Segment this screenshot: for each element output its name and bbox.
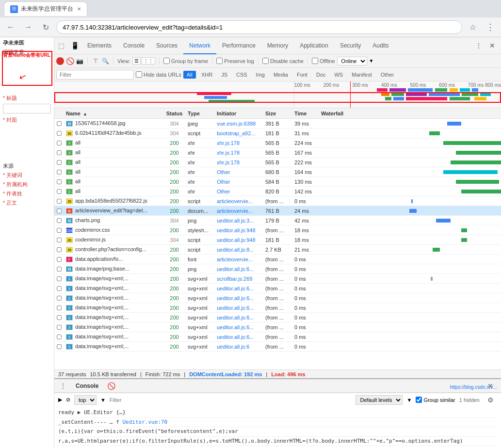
console-context-select[interactable]: top [74,395,97,405]
table-row[interactable]: S data:image/svg+xml;... 200 svg+xml ued… [54,284,501,293]
header-status[interactable]: Status [161,111,188,116]
row-checkbox[interactable] [54,208,64,213]
tab-network[interactable]: Network [183,37,216,54]
offline-label[interactable]: Offline [312,58,335,64]
table-row[interactable]: S data:image/svg+xml;... 200 svg+xml ued… [54,332,501,342]
levels-arrow[interactable]: ▼ [406,397,412,403]
row-checkbox[interactable] [54,267,64,272]
filter-img-button[interactable]: Img [253,71,268,79]
row-check[interactable] [57,247,62,252]
table-row[interactable]: S data:image/svg+xml;... 200 svg+xml ued… [54,342,501,352]
view-list-button[interactable]: ☰ [132,57,141,64]
table-row[interactable]: 🖼 charts.png 304 png ueditor.all.js:3...… [54,216,501,225]
disable-cache-checkbox[interactable] [262,58,269,64]
table-row[interactable]: X all 200 xhr xhr.js:178 565 B 222 ms [54,158,501,167]
row-checkbox[interactable] [54,179,64,184]
row-checkbox[interactable] [54,247,64,252]
table-row[interactable]: S data:image/svg+xml;... 200 svg+xml ued… [54,303,501,313]
back-button[interactable]: ← [4,20,17,34]
row-checkbox[interactable] [54,344,64,349]
header-name[interactable]: Name ▲ [64,111,161,116]
table-row[interactable]: X all 200 xhr Other 680 B 164 ms [54,167,501,177]
table-row[interactable]: JS controller.php?action=config... 200 s… [54,245,501,255]
filter-button[interactable]: ⊤ [92,57,99,65]
row-checkbox[interactable] [54,141,64,145]
tab-close-button[interactable]: ✕ [77,6,81,12]
filter-ws-button[interactable]: WS [331,71,346,79]
row-check[interactable] [57,238,62,242]
tab-audits[interactable]: Audits [367,37,394,54]
row-initiator[interactable]: ueditor.all.js:3... [217,218,265,224]
row-initiator[interactable]: ueditor.all.js:6... [217,266,265,272]
browser-tab[interactable]: 医 未来医学总管理平台 ✕ [4,1,87,16]
row-checkbox[interactable] [54,160,64,165]
row-checkbox[interactable] [54,257,64,262]
table-row[interactable]: X all 200 xhr xhr.js:178 565 B 224 ms [54,138,501,148]
row-initiator[interactable]: Other [217,189,265,194]
row-initiator[interactable]: xhr.js:178 [217,160,265,165]
forward-button[interactable]: → [21,20,35,34]
row-initiator[interactable]: articleovervie... [217,208,265,214]
row-check[interactable] [57,325,62,330]
table-row[interactable]: 🖼 15367451744658.jpg 304 jpeg vue.esm.js… [54,119,501,128]
row-check[interactable] [57,315,62,320]
row-initiator[interactable]: ueditor.all.js:8... [217,247,265,253]
table-row[interactable]: X all 200 xhr Other 820 B 142 ms [54,187,501,196]
row-check[interactable] [57,131,62,136]
row-initiator[interactable]: ueditor.all.js:6... [217,286,265,291]
row-check[interactable] [57,141,62,145]
row-checkbox[interactable] [54,305,64,310]
offline-checkbox[interactable] [312,58,318,64]
row-initiator[interactable]: Other [217,179,265,185]
filter-js-button[interactable]: JS [218,71,231,79]
row-checkbox[interactable] [54,218,64,223]
console-file-ref[interactable]: Ueditor.vue:70 [122,419,167,425]
row-check[interactable] [57,199,62,204]
view-grid-button[interactable]: ⋮⋮ [142,57,155,64]
row-initiator[interactable]: ueditor.all.js:6... [217,315,265,320]
header-size[interactable]: Size [265,111,294,116]
row-checkbox[interactable] [54,228,64,233]
row-check[interactable] [57,150,62,155]
console-level-select[interactable]: Default levels [356,395,403,405]
clear-button[interactable]: 🚫 [66,57,74,65]
hide-data-label[interactable]: Hide data URLs [136,71,181,78]
row-initiator[interactable]: ueditor.all.js:6... [217,295,265,301]
tab-memory[interactable]: Memory [261,37,294,54]
tab-security[interactable]: Security [334,37,367,54]
table-row[interactable]: JS codemirror.js 304 script ueditor.all.… [54,235,501,245]
header-initiator[interactable]: Initiator [217,111,265,116]
header-type[interactable]: Type [188,111,217,116]
row-initiator[interactable]: Other [217,169,265,175]
table-row[interactable]: S data:image/svg+xml;... 200 svg+xml ued… [54,322,501,332]
devtools-more-button[interactable]: ⋮ [472,39,485,52]
row-initiator[interactable]: ueditor.all.js:6... [217,305,265,311]
filter-input[interactable] [56,70,134,80]
row-check[interactable] [57,276,62,281]
console-settings-button[interactable]: ⚙ [484,393,497,407]
row-checkbox[interactable] [54,121,64,126]
table-row[interactable]: S data:image/svg+xml;... 200 svg+xml scr… [54,274,501,284]
table-row[interactable]: CSS codemirror.css 200 stylesh... uedito… [54,225,501,235]
row-check[interactable] [57,208,62,213]
table-row[interactable]: S data:image/svg+xml;... 200 svg+xml ued… [54,293,501,303]
disable-cache-label[interactable]: Disable cache [262,58,304,64]
tab-console[interactable]: Console [117,37,150,54]
table-row[interactable]: F data:application/fo... 200 font articl… [54,255,501,264]
devtools-inspect-button[interactable]: ⬚ [54,39,68,52]
row-initiator[interactable]: ueditor.all.js:6 [217,344,265,350]
throttle-more-button[interactable]: ▼ [369,58,374,64]
address-input[interactable] [56,20,462,34]
row-initiator[interactable]: bootstrap_a92... [217,130,265,136]
row-initiator[interactable]: ueditor.all.js:6... [217,334,265,340]
search-button[interactable]: 🔍 [101,57,109,65]
table-row[interactable]: X all 200 xhr xhr.js:178 565 B 167 ms [54,148,501,158]
row-initiator[interactable]: xhr.js:178 [217,150,265,156]
blog-link[interactable]: https://blog.csdn.cn/... [450,384,497,390]
row-initiator[interactable]: vue.esm.js:6398 [217,121,265,127]
table-row[interactable]: JS app.bda1658ed55f327f6822.js 200 scrip… [54,196,501,206]
preserve-log-checkbox[interactable] [216,58,223,64]
row-checkbox[interactable] [54,199,64,204]
row-check[interactable] [57,286,62,291]
console-run-button[interactable]: ▶ [58,397,62,403]
